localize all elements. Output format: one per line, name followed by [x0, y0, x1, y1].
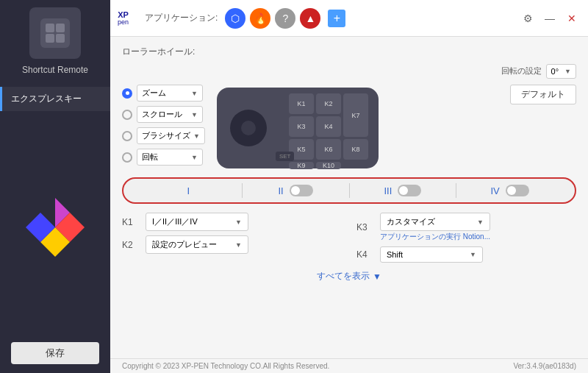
radio-scroll-dot[interactable] [122, 110, 132, 120]
key-k6[interactable]: K6 [316, 139, 341, 160]
default-button[interactable]: デフォルト [510, 85, 576, 104]
logo-top: XP [118, 11, 129, 19]
key-k4[interactable]: K4 [316, 116, 341, 137]
radio-zoom-dot[interactable] [122, 88, 132, 99]
profile-tab-2[interactable]: II [243, 182, 349, 199]
radio-brush-dot[interactable] [122, 131, 132, 141]
device-diagram: K1 K2 K3 K4 K5 K6 K7 K8 K9 K10 SET [217, 88, 379, 168]
svg-rect-4 [56, 34, 65, 43]
rotation-option-arrow: ▼ [191, 154, 198, 161]
k2-label: K2 [122, 240, 138, 250]
show-all-arrow-icon: ▼ [373, 271, 381, 282]
titlebar-controls: ⚙ — ✕ [519, 10, 581, 27]
svg-rect-2 [56, 24, 65, 32]
content-area: ローラーホイール: 回転の設定 0° ▼ ズーム ▼ [110, 37, 588, 358]
k1-dropdown[interactable]: I／II／III／IV ▼ [146, 213, 248, 231]
sidebar-logo-area [18, 113, 92, 342]
brush-dropdown[interactable]: ブラシサイズ ▼ [137, 127, 205, 144]
k4-dropdown-arrow: ▼ [470, 251, 476, 258]
k3-label: K3 [356, 222, 373, 232]
zoom-dropdown[interactable]: ズーム ▼ [137, 85, 203, 102]
roller-knob [230, 110, 267, 146]
radio-rotation-dot[interactable] [122, 152, 132, 163]
profile-tab-4-toggle[interactable] [506, 185, 529, 196]
profile-tab-3-label: III [384, 185, 392, 196]
key-row-k1: K1 I／II／III／IV ▼ [122, 213, 342, 231]
key-k7[interactable]: K7 [343, 93, 368, 137]
key-k8[interactable]: K8 [343, 139, 368, 160]
app-label: アプリケーション: [145, 12, 218, 24]
profile-tab-4[interactable]: IV [456, 182, 563, 199]
radio-rotation[interactable]: 回転 ▼ [122, 149, 205, 166]
key-k2[interactable]: K2 [316, 93, 341, 114]
keys-grid: K1 K2 K3 K4 K5 K6 K7 K8 K9 K10 [289, 93, 368, 169]
app-icon-1[interactable]: ⬡ [225, 8, 245, 29]
k3-note: アプリケーションの実行 Notion... [380, 232, 490, 242]
settings-button[interactable]: ⚙ [519, 10, 537, 27]
key-row-k4: K4 Shift ▼ [356, 246, 576, 263]
save-button[interactable]: 保存 [11, 342, 99, 364]
k1-label: K1 [122, 217, 138, 227]
key-k3[interactable]: K3 [289, 116, 314, 137]
zoom-dropdown-arrow: ▼ [191, 90, 198, 97]
k3-dropdown[interactable]: カスタマイズ ▼ [380, 213, 490, 231]
profile-tab-2-label: II [279, 185, 284, 196]
radio-scroll[interactable]: スクロール ▼ [122, 106, 205, 123]
profile-tab-2-toggle[interactable] [290, 185, 313, 196]
key-k1[interactable]: K1 [289, 93, 314, 114]
show-all-label: すべてを表示 [317, 270, 370, 283]
profile-tab-1-label: I [187, 185, 190, 196]
rotation-dropdown-arrow: ▼ [564, 68, 571, 75]
key-assignments: K1 I／II／III／IV ▼ K2 設定のプレビュー ▼ [122, 213, 576, 263]
main-panel: XP pen アプリケーション: ⬡ 🔥 ? ▲ + ⚙ — ✕ ローラーホイー… [110, 0, 588, 373]
roller-options: ズーム ▼ スクロール ▼ ブラシサイズ ▼ [122, 85, 205, 166]
k4-dropdown[interactable]: Shift ▼ [380, 246, 483, 263]
logo-bottom: pen [118, 19, 129, 26]
roller-inner [241, 121, 256, 135]
toggle-thumb-4 [507, 186, 516, 195]
k2-dropdown-arrow: ▼ [235, 241, 242, 249]
k2-dropdown[interactable]: 設定のプレビュー ▼ [146, 235, 248, 254]
brush-dropdown-arrow: ▼ [193, 132, 200, 140]
app-icon-2[interactable]: 🔥 [250, 8, 270, 29]
xppen-logo: XP pen [118, 11, 129, 26]
minimize-button[interactable]: — [541, 10, 559, 27]
profile-tab-4-label: IV [490, 185, 499, 196]
key-k10[interactable]: K10 [316, 162, 341, 169]
show-all-row[interactable]: すべてを表示 ▼ [122, 270, 576, 283]
profile-tab-3[interactable]: III [350, 182, 456, 199]
close-button[interactable]: ✕ [563, 10, 581, 27]
profile-tab-3-toggle[interactable] [398, 185, 421, 196]
svg-rect-1 [46, 24, 54, 32]
sidebar-item-expresskey[interactable]: エクスプレスキー [0, 87, 110, 111]
rotation-dropdown[interactable]: 0° ▼ [546, 64, 576, 79]
roller-area: ズーム ▼ スクロール ▼ ブラシサイズ ▼ [122, 85, 576, 168]
scroll-dropdown-arrow: ▼ [191, 111, 198, 118]
footer-copyright: Copyright © 2023 XP-PEN Technology CO.Al… [122, 362, 329, 370]
sidebar: Shortcut Remote エクスプレスキー 保存 [0, 0, 110, 373]
toggle-thumb-3 [399, 186, 408, 195]
svg-rect-3 [46, 34, 54, 43]
k3-dropdown-arrow: ▼ [477, 219, 484, 226]
key-k9[interactable]: K9 [289, 162, 314, 169]
k4-label: K4 [356, 249, 373, 260]
app-icon-3[interactable]: ? [275, 8, 295, 29]
key-row-k2: K2 設定のプレビュー ▼ [122, 235, 342, 254]
add-app-button[interactable]: + [328, 10, 345, 27]
radio-zoom[interactable]: ズーム ▼ [122, 85, 205, 102]
k1-dropdown-arrow: ▼ [235, 219, 242, 226]
profile-tabs: I II III IV [122, 177, 576, 204]
app-icon-4[interactable]: ▲ [300, 8, 320, 29]
svg-rect-0 [40, 18, 70, 48]
roller-section-title: ローラーホイール: [122, 46, 576, 58]
radio-brush[interactable]: ブラシサイズ ▼ [122, 127, 205, 144]
scroll-dropdown[interactable]: スクロール ▼ [137, 106, 203, 123]
rotation-label: 回転の設定 [501, 65, 542, 77]
rotation-option-dropdown[interactable]: 回転 ▼ [137, 149, 203, 166]
sidebar-device-icon [29, 7, 81, 59]
app-icons: ⬡ 🔥 ? ▲ [225, 8, 320, 29]
footer-version: Ver:3.4.9(ae0183d) [513, 362, 576, 370]
set-button[interactable]: SET [276, 152, 295, 161]
profile-tab-1[interactable]: I [135, 182, 242, 199]
sidebar-title: Shortcut Remote [22, 65, 88, 75]
